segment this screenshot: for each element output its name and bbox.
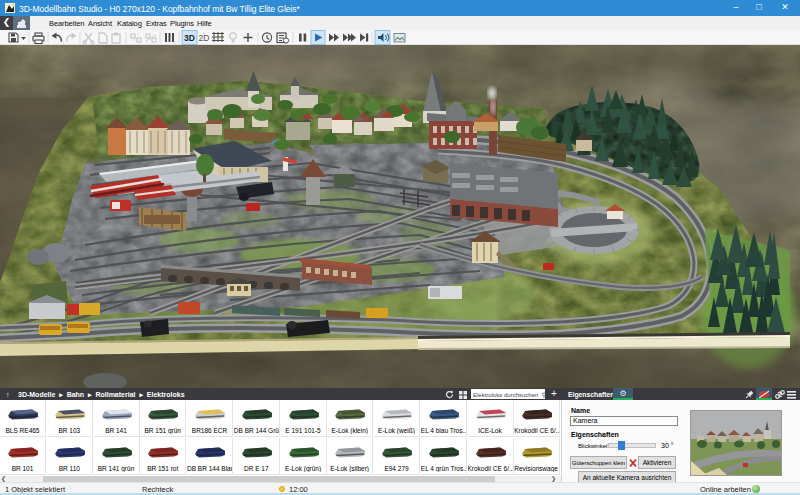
svg-text:3D: 3D — [184, 33, 195, 43]
svg-text:2D: 2D — [199, 33, 210, 43]
